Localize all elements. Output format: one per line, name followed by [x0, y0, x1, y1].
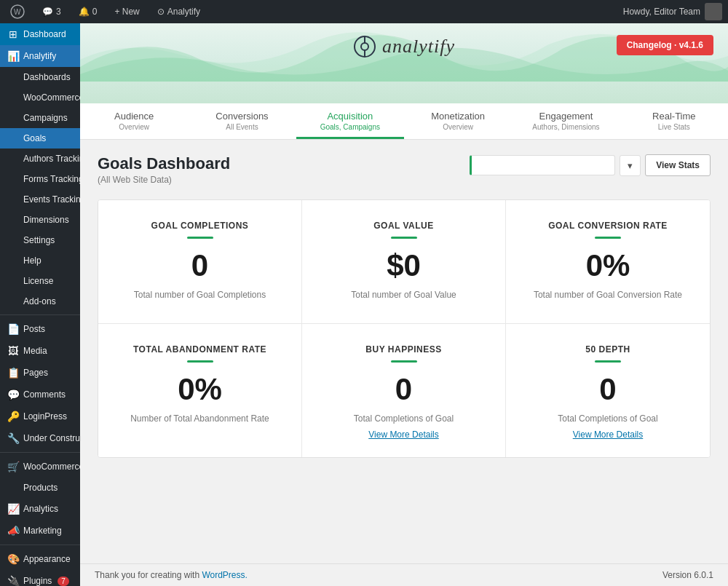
plugins-icon: 🔌 [7, 575, 19, 586]
tab-conversions[interactable]: Conversions All Events [188, 103, 296, 139]
analytify-logo: analytify [353, 35, 455, 58]
notes-icon: 🔔 [79, 7, 90, 17]
sidebar-item-events[interactable]: Events Tracking [0, 189, 80, 210]
sidebar-item-pages[interactable]: 📋 Pages [0, 362, 80, 384]
sidebar-item-posts[interactable]: 📄 Posts [0, 318, 80, 340]
sidebar-item-woocommerce2[interactable]: 🛒 WooCommerce [0, 456, 80, 478]
howdy-label: Howdy, Editor Team [623, 7, 700, 17]
tab-realtime[interactable]: Real-Time Live Stats [620, 103, 728, 139]
sidebar-item-addons[interactable]: Add-ons [0, 291, 80, 312]
admin-bar: W 💬 3 🔔 0 + New ⊙ Analytify Howdy, Edito… [0, 0, 728, 23]
sidebar: ⊞ Dashboard 📊 Analytify Dashboards WooCo… [0, 23, 80, 586]
header-center: analytify Changelog · v4.1.6 [95, 35, 713, 58]
tab-audience-title: Audience [84, 111, 183, 122]
sidebar-item-appearance[interactable]: 🎨 Appearance [0, 548, 80, 570]
card-goal-conversion-rate-desc: Total number of Goal Conversion Rate [521, 290, 695, 300]
sidebar-item-forms[interactable]: Forms Tracking [0, 169, 80, 189]
sidebar-item-dashboard[interactable]: ⊞ Dashboard [0, 23, 80, 45]
tab-monetization[interactable]: Monetization Overview [404, 103, 512, 139]
posts-icon: 📄 [7, 323, 19, 335]
card-50-depth-link[interactable]: View More Details [521, 429, 695, 440]
card-goal-value-value: $0 [317, 250, 491, 281]
woocommerce-icon: 🛒 [7, 461, 19, 472]
card-goal-completions-label: GOAL COMPLETIONS [113, 221, 287, 231]
card-goal-completions: GOAL COMPLETIONS 0 Total number of Goal … [98, 200, 302, 324]
wp-logo-item[interactable]: W [6, 4, 29, 19]
tab-realtime-title: Real-Time [625, 111, 724, 122]
card-goal-conversion-rate-value: 0% [521, 250, 695, 281]
sidebar-item-underconstruction[interactable]: 🔧 Under Construction [0, 427, 80, 449]
card-total-abandonment-underline [187, 360, 213, 363]
analytics-icon: 📈 [7, 503, 19, 515]
goals-title-block: Goals Dashboard (All Web Site Data) [98, 154, 230, 185]
separator-1 [0, 314, 80, 315]
tab-conversions-title: Conversions [192, 111, 291, 122]
tab-engagement[interactable]: Engagement Authors, Dimensions [512, 103, 620, 139]
card-buy-happiness-link[interactable]: View More Details [317, 429, 491, 440]
sidebar-item-dashboards[interactable]: Dashboards [0, 67, 80, 87]
sidebar-item-goals[interactable]: Goals [0, 128, 80, 149]
sidebar-item-products[interactable]: Products [0, 478, 80, 498]
goals-title: Goals Dashboard [98, 154, 230, 173]
card-50-depth-value: 0 [521, 374, 695, 405]
tab-realtime-sub: Live Stats [625, 123, 724, 131]
svg-point-3 [361, 43, 368, 50]
sidebar-item-license[interactable]: License [0, 271, 80, 291]
sidebar-item-loginpress[interactable]: 🔑 LoginPress [0, 405, 80, 427]
sidebar-item-comments[interactable]: 💬 Comments [0, 384, 80, 405]
sidebar-item-media[interactable]: 🖼 Media [0, 340, 80, 362]
sidebar-item-settings[interactable]: Settings [0, 230, 80, 250]
media-icon: 🖼 [7, 345, 19, 357]
sidebar-item-authors[interactable]: Authors Tracking [0, 149, 80, 169]
comments-item[interactable]: 💬 3 [38, 7, 66, 17]
dropdown-button[interactable]: ▾ [620, 155, 641, 176]
comment-icon: 💬 [42, 7, 53, 17]
sidebar-item-analytify[interactable]: 📊 Analytify [0, 45, 80, 67]
dashboard-icon: ⊞ [7, 28, 19, 40]
date-range-input[interactable] [470, 155, 615, 175]
tab-audience[interactable]: Audience Overview [80, 103, 188, 139]
card-goal-completions-desc: Total number of Goal Completions [113, 290, 287, 300]
notes-item[interactable]: 🔔 0 [74, 7, 102, 17]
separator-3 [0, 545, 80, 545]
goals-subtitle: (All Web Site Data) [98, 175, 230, 185]
date-controls: ▾ View Stats [470, 154, 711, 176]
card-50-depth-underline [595, 360, 621, 363]
sidebar-item-analytics[interactable]: 📈 Analytics [0, 498, 80, 520]
card-buy-happiness-desc: Total Completions of Goal [317, 413, 491, 424]
sidebar-item-dimensions[interactable]: Dimensions [0, 210, 80, 230]
tab-engagement-title: Engagement [516, 111, 615, 122]
card-total-abandonment-value: 0% [113, 374, 287, 405]
loginpress-icon: 🔑 [7, 411, 19, 422]
pages-icon: 📋 [7, 367, 19, 379]
new-item[interactable]: + New [110, 7, 143, 17]
svg-text:W: W [14, 8, 21, 16]
wordpress-link[interactable]: WordPress. [202, 570, 247, 580]
card-total-abandonment-label: TOTAL ABANDONMENT RATE [113, 344, 287, 355]
dashboard-area: Goals Dashboard (All Web Site Data) ▾ Vi… [80, 140, 728, 563]
card-total-abandonment-desc: Number of Total Abandonment Rate [113, 413, 287, 424]
sidebar-item-plugins[interactable]: 🔌 Plugins 7 [0, 570, 80, 586]
tab-monetization-sub: Overview [408, 123, 507, 131]
card-50-depth-label: 50 DEPTH [521, 344, 695, 355]
card-goal-completions-underline [187, 237, 213, 239]
tab-engagement-sub: Authors, Dimensions [516, 123, 615, 131]
sidebar-item-help[interactable]: Help [0, 250, 80, 271]
construction-icon: 🔧 [7, 432, 19, 444]
version-label: Version 6.0.1 [662, 570, 713, 580]
appearance-icon: 🎨 [7, 553, 19, 565]
plugins-badge: 7 [58, 577, 69, 586]
tab-acquisition[interactable]: Acquisition Goals, Campaigns [296, 103, 404, 139]
site-name: Analytify [167, 7, 200, 17]
sidebar-item-marketing[interactable]: 📣 Marketing [0, 520, 80, 542]
site-name-item[interactable]: ⊙ Analytify [153, 7, 205, 17]
card-goal-value-label: GOAL VALUE [317, 221, 491, 231]
view-stats-button[interactable]: View Stats [645, 154, 711, 176]
sidebar-item-campaigns[interactable]: Campaigns [0, 108, 80, 128]
comments-count: 3 [56, 7, 61, 17]
footer-thankyou: Thank you for creating with WordPress. [95, 570, 248, 580]
notes-count: 0 [92, 7, 98, 17]
changelog-button[interactable]: Changelog · v4.1.6 [617, 35, 713, 55]
card-goal-value: GOAL VALUE $0 Total number of Goal Value [302, 200, 506, 324]
sidebar-item-woocommerce[interactable]: WooCommerce [0, 87, 80, 108]
